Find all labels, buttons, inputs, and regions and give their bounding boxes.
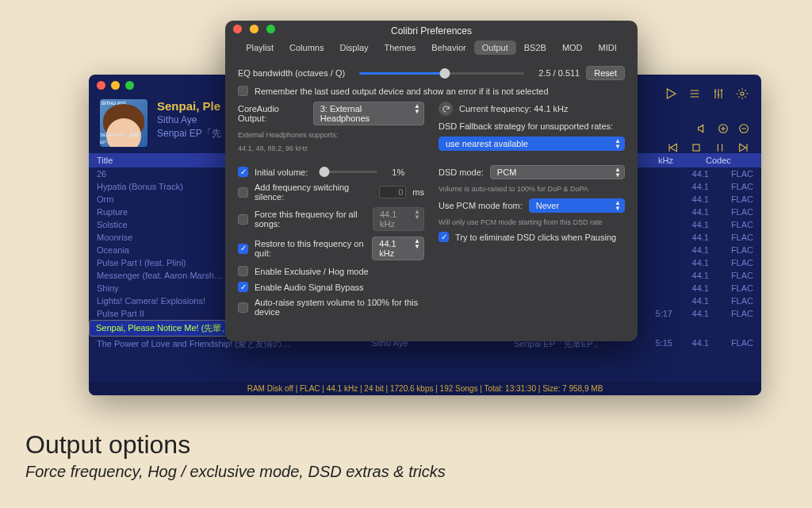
hog-row: Enable Exclusive / Hog mode bbox=[238, 266, 424, 276]
ms-label: ms bbox=[412, 187, 424, 197]
eq-label: EQ bandwidth (octaves / Q) bbox=[238, 68, 345, 78]
close-dot[interactable] bbox=[97, 81, 105, 90]
prev-icon[interactable] bbox=[666, 141, 679, 154]
init-vol-checkbox[interactable] bbox=[238, 167, 248, 177]
list-icon[interactable] bbox=[688, 87, 701, 100]
player-vol-row bbox=[696, 122, 750, 135]
volume-up-icon[interactable] bbox=[717, 122, 730, 135]
bypass-checkbox[interactable] bbox=[238, 282, 248, 292]
eq-row: EQ bandwidth (octaves / Q) 2.5 / 0.511 R… bbox=[238, 66, 625, 80]
next-icon[interactable] bbox=[737, 141, 750, 154]
curfreq-label: Current frequency: 44.1 kHz bbox=[459, 104, 569, 114]
tab-mod[interactable]: MOD bbox=[554, 40, 591, 55]
refresh-icon[interactable] bbox=[439, 102, 453, 116]
zoom-dot[interactable] bbox=[125, 81, 134, 90]
dsd-fallback-label: DSD Fallback strategy for unsupported ra… bbox=[439, 121, 625, 131]
pref-zoom-dot[interactable] bbox=[266, 25, 275, 33]
autoraise-checkbox[interactable] bbox=[238, 302, 248, 313]
init-vol-value: 1% bbox=[392, 167, 404, 177]
silence-label: Add frequency switching silence: bbox=[255, 183, 373, 202]
player-transport bbox=[666, 141, 750, 154]
eq-value: 2.5 / 0.511 bbox=[538, 68, 580, 78]
preferences-window: Colibri Preferences PlaylistColumnsDispl… bbox=[225, 21, 638, 341]
eliminate-row: Try to eliminate DSD clicks when Pausing bbox=[439, 232, 625, 242]
pcm-from-label: Use PCM mode from: bbox=[439, 201, 523, 210]
autoraise-label: Auto-raise system volume to 100% for thi… bbox=[255, 298, 424, 317]
autoraise-row: Auto-raise system volume to 100% for thi… bbox=[238, 298, 424, 317]
volume-down-icon[interactable] bbox=[737, 122, 750, 135]
restore-freq-checkbox[interactable] bbox=[238, 244, 248, 254]
force-freq-select[interactable]: 44.1 kHz▲▼ bbox=[373, 207, 424, 231]
supports-line1: External Headphones supports: bbox=[238, 131, 424, 139]
pcm-from-select[interactable]: Never▲▼ bbox=[529, 198, 625, 213]
hog-label: Enable Exclusive / Hog mode bbox=[255, 267, 369, 276]
init-vol-slider[interactable] bbox=[322, 171, 377, 173]
reset-button[interactable]: Reset bbox=[586, 66, 625, 80]
init-vol-row: Initial volume: 1% bbox=[238, 167, 424, 177]
col-hz[interactable]: kHz bbox=[658, 156, 706, 165]
restore-freq-select[interactable]: 44.1 kHz▲▼ bbox=[372, 237, 424, 260]
sliders-icon[interactable] bbox=[712, 87, 725, 100]
tab-columns[interactable]: Columns bbox=[282, 40, 331, 55]
art-bottom-label: SENPAI EP「先輩EP」 bbox=[100, 132, 147, 146]
caption-heading: Output options bbox=[25, 430, 446, 460]
silence-input[interactable] bbox=[379, 186, 406, 198]
init-vol-label: Initial volume: bbox=[255, 167, 308, 177]
status-bar: RAM Disk off | FLAC | 44.1 kHz | 24 bit … bbox=[89, 382, 761, 395]
tab-midi[interactable]: MIDI bbox=[591, 40, 625, 55]
silence-row: Add frequency switching silence: ms bbox=[238, 183, 424, 202]
pcm-from-row: Use PCM mode from: Never▲▼ bbox=[439, 198, 625, 213]
pref-close-dot[interactable] bbox=[233, 25, 242, 33]
caption-sub: Force frequency, Hog / exclusive mode, D… bbox=[25, 463, 446, 481]
force-freq-row: Force this frequency for all songs: 44.1… bbox=[238, 207, 424, 231]
force-freq-checkbox[interactable] bbox=[238, 214, 248, 225]
remember-row: Remember the last used output device and… bbox=[238, 86, 625, 96]
eliminate-checkbox[interactable] bbox=[439, 232, 449, 242]
track-artist: Sithu Aye bbox=[157, 114, 221, 125]
tab-output[interactable]: Output bbox=[474, 40, 516, 55]
album-art[interactable]: SITHU AYE SENPAI EP「先輩EP」 bbox=[100, 99, 147, 147]
silence-checkbox[interactable] bbox=[238, 187, 248, 198]
pref-minimize-dot[interactable] bbox=[250, 25, 259, 33]
minimize-dot[interactable] bbox=[111, 81, 120, 90]
remember-label: Remember the last used output device and… bbox=[255, 87, 549, 96]
track-title: Senpai, Ple bbox=[157, 99, 221, 113]
eq-slider[interactable] bbox=[359, 72, 524, 75]
pref-traffic-lights bbox=[225, 21, 638, 37]
tab-bs2b[interactable]: BS2B bbox=[516, 40, 554, 55]
play-button[interactable] bbox=[665, 87, 677, 100]
gear-icon[interactable] bbox=[736, 87, 749, 100]
bypass-label: Enable Audio Signal Bypass bbox=[255, 283, 364, 292]
hog-checkbox[interactable] bbox=[238, 266, 248, 276]
restore-freq-label: Restore to this frequency on quit: bbox=[255, 239, 366, 258]
pause-icon[interactable] bbox=[714, 141, 726, 154]
tab-playlist[interactable]: Playlist bbox=[238, 40, 282, 55]
player-top-right bbox=[665, 87, 749, 100]
svg-rect-3 bbox=[693, 144, 699, 151]
col-codec[interactable]: Codec bbox=[706, 156, 753, 165]
caption: Output options Force frequency, Hog / ex… bbox=[25, 430, 446, 481]
mute-icon[interactable] bbox=[696, 122, 709, 135]
curfreq-row: Current frequency: 44.1 kHz bbox=[439, 102, 625, 116]
dsd-fallback-select[interactable]: use nearest available▲▼ bbox=[439, 137, 625, 151]
dsd-note: Volume is auto-raised to 100% for DoP & … bbox=[439, 185, 625, 193]
coreaudio-select[interactable]: 3: External Headphones▲▼ bbox=[313, 102, 424, 125]
tab-display[interactable]: Display bbox=[331, 40, 376, 55]
remember-checkbox[interactable] bbox=[238, 86, 248, 96]
coreaudio-label: CoreAudio Output: bbox=[238, 104, 307, 123]
force-freq-label: Force this frequency for all songs: bbox=[255, 210, 366, 229]
supports-line2: 44.1, 48, 88.2, 96 kHz bbox=[238, 144, 424, 152]
stop-icon[interactable] bbox=[690, 141, 703, 154]
svg-point-0 bbox=[741, 92, 744, 95]
pref-tabs: PlaylistColumnsDisplayThemesBehaviorOutp… bbox=[225, 37, 638, 63]
eliminate-label: Try to eliminate DSD clicks when Pausing bbox=[455, 233, 616, 242]
tab-themes[interactable]: Themes bbox=[377, 40, 424, 55]
dsd-mode-select[interactable]: PCM▲▼ bbox=[490, 165, 625, 179]
dsd-mode-label: DSD mode: bbox=[439, 167, 484, 177]
dsd-mode-row: DSD mode: PCM▲▼ bbox=[439, 165, 625, 179]
tab-behavior[interactable]: Behavior bbox=[423, 40, 473, 55]
track-album: Senpai EP「先 bbox=[157, 127, 221, 140]
restore-freq-row: Restore to this frequency on quit: 44.1 … bbox=[238, 237, 424, 260]
bypass-row: Enable Audio Signal Bypass bbox=[238, 282, 424, 292]
pcm-note: Will only use PCM mode starting from thi… bbox=[439, 218, 625, 226]
